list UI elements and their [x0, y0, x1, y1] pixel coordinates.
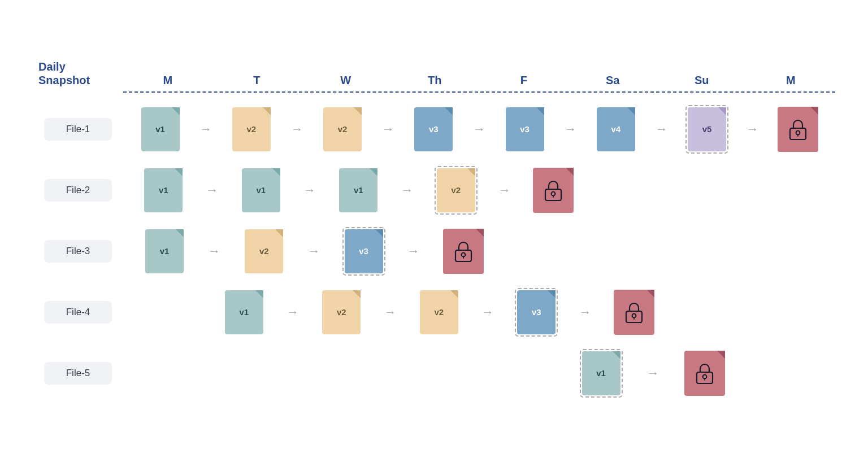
file1-v2a: v2 [232, 107, 271, 151]
arrow-icon: → [498, 183, 511, 198]
file-label-cell-1: File-1 [33, 118, 123, 141]
file3-arrow-3: → [405, 244, 422, 259]
svg-point-18 [635, 315, 636, 316]
svg-point-7 [551, 193, 552, 194]
file4-day-W: v2 [301, 290, 382, 334]
header-divider [123, 91, 835, 93]
arrow-icon: → [287, 305, 299, 320]
file1-v2b: v2 [323, 107, 362, 151]
file4-v2b: v2 [420, 290, 458, 334]
file1-arrow-1: → [197, 122, 214, 137]
file2-day-W: v1 [318, 168, 399, 212]
day-col-M2: M [747, 74, 836, 87]
file2-day-T: v1 [221, 168, 302, 212]
arrow-icon: → [481, 305, 494, 320]
file-row-4: File-4 v1 → v2 → [33, 287, 835, 338]
day-col-T: T [212, 74, 302, 87]
file2-v1b: v1 [242, 168, 280, 212]
file2-v2: v2 [437, 168, 475, 212]
file1-v5: v5 [688, 107, 726, 151]
file2-arrow-4: → [496, 183, 513, 198]
arrow-icon: → [291, 122, 303, 137]
day-label-W: W [340, 74, 351, 86]
file1-day-Sa: v4 [579, 107, 653, 151]
file5-arrow-1: → [645, 366, 662, 381]
file3-arrow-2: → [306, 244, 323, 259]
file4-day-Sa [594, 290, 675, 335]
ransomware-icon [541, 178, 566, 203]
file3-arrow-1: → [206, 244, 223, 259]
file-row-3: File-3 v1 → v2 → [33, 226, 835, 277]
file1-arrow-7: → [744, 122, 761, 137]
file4-day-T: v1 [204, 290, 285, 334]
file-label-cell-5: File-5 [33, 362, 123, 385]
file-row-5: File-5 v1 → [33, 348, 835, 399]
svg-point-13 [465, 254, 466, 255]
file2-arrow-2: → [301, 183, 318, 198]
svg-point-3 [799, 132, 800, 133]
file-rows: File-1 v1 → v2 → v [33, 104, 835, 399]
svg-point-23 [706, 376, 707, 377]
file1-day-T: v2 [214, 107, 288, 151]
file2-arrow-1: → [204, 183, 221, 198]
arrow-icon: → [473, 122, 485, 137]
file3-v3: v3 [345, 229, 383, 273]
file-label-cell-4: File-4 [33, 301, 123, 324]
file-label-cell-3: File-3 [33, 240, 123, 263]
file2-v1c: v1 [339, 168, 377, 212]
file5-day-Su [662, 351, 749, 396]
file1-day-W: v2 [306, 107, 380, 151]
file1-day-M2 [761, 107, 835, 152]
svg-point-2 [796, 132, 797, 133]
file1-v4: v4 [597, 107, 635, 151]
file4-v2a: v2 [322, 290, 361, 334]
day-label-T: T [253, 74, 260, 86]
arrow-icon: → [407, 244, 420, 259]
day-label-M1: M [163, 74, 172, 86]
day-label-F: F [520, 74, 527, 86]
file2-day-M: v1 [123, 168, 204, 212]
day-col-F: F [479, 74, 568, 87]
file1-arrow-3: → [380, 122, 397, 137]
arrow-icon: → [382, 122, 394, 137]
arrow-icon: → [199, 122, 212, 137]
arrow-icon: → [656, 122, 668, 137]
title-cell: DailySnapshot [33, 60, 123, 87]
file3-day-M: v1 [123, 229, 206, 273]
file3-day-T: v2 [223, 229, 305, 273]
day-col-Su: Su [657, 74, 747, 87]
file4-arrow-4: → [577, 305, 594, 320]
file3-v1: v1 [145, 229, 184, 273]
ransomware-icon [451, 239, 476, 264]
arrow-icon: → [579, 305, 592, 320]
file1-day-Th: v3 [397, 107, 471, 151]
file4-day-Th: v2 [399, 290, 480, 334]
svg-rect-5 [545, 189, 561, 200]
file1-arrow-4: → [471, 122, 488, 137]
file1-arrow-5: → [562, 122, 579, 137]
file1-ransom [778, 107, 818, 152]
file5-ransom [684, 351, 725, 396]
svg-rect-15 [626, 311, 642, 322]
file2-day-Th: v2 [416, 168, 497, 212]
day-col-W: W [301, 74, 390, 87]
day-col-Th: Th [390, 74, 480, 87]
file4-v3: v3 [517, 290, 555, 334]
svg-rect-0 [790, 128, 806, 139]
file-4-label: File-4 [44, 301, 112, 324]
file2-ransom [533, 168, 574, 213]
file2-day-F [513, 168, 594, 213]
file-row-2: File-2 v1 → v1 → v [33, 165, 835, 216]
file5-v1: v1 [582, 351, 620, 395]
file1-arrow-6: → [653, 122, 670, 137]
arrow-icon: → [303, 183, 316, 198]
day-label-Sa: Sa [606, 74, 619, 86]
file1-v3a: v3 [414, 107, 453, 151]
file4-arrow-2: → [382, 305, 399, 320]
file4-v1: v1 [225, 290, 263, 334]
file-3-label: File-3 [44, 240, 112, 263]
file-5-label: File-5 [44, 362, 112, 385]
file-1-label: File-1 [44, 118, 112, 141]
file3-v2: v2 [245, 229, 283, 273]
day-col-M1: M [123, 74, 212, 87]
